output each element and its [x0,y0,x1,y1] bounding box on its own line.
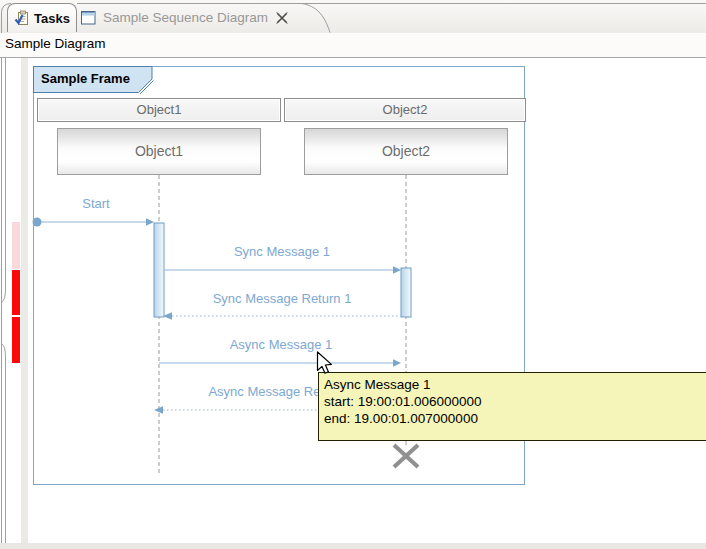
object-box-object2[interactable]: Object2 [304,128,508,175]
message-async1-label[interactable]: Async Message 1 [230,337,333,352]
bottom-edge-strip [0,543,706,549]
message-tooltip: Async Message 1 start: 19:00:01.00600000… [318,372,706,441]
tasks-icon [14,10,30,26]
tooltip-title: Async Message 1 [324,376,706,393]
tooltip-start-time: start: 19:00:01.006000000 [324,393,706,410]
tooltip-end-time: end: 19.00:01.007000000 [324,410,706,427]
diagram-title: Sample Diagram [5,36,106,51]
left-gutter-strip [21,58,28,549]
object-box-object1[interactable]: Object1 [57,128,261,175]
time-compression-bar-light[interactable] [12,222,20,269]
message-sync1-label[interactable]: Sync Message 1 [234,244,330,259]
diagram-title-bar: Sample Diagram [0,33,706,58]
tab-label: Sample Sequence Diagram [103,10,268,25]
window-icon [81,11,96,25]
message-start-label[interactable]: Start [82,196,109,211]
lifeline-header-object1[interactable]: Object1 [37,98,281,122]
close-icon[interactable] [275,11,289,25]
arrow-cursor [316,351,334,377]
time-compression-bar-red-1[interactable] [12,270,20,315]
frame-label: Sample Frame [41,71,130,86]
tab-tasks-label: Tasks [34,11,70,26]
lifeline-header-object2[interactable]: Object2 [284,98,526,122]
tab-sample-sequence-diagram[interactable]: Sample Sequence Diagram [77,3,289,32]
tab-tasks[interactable]: Tasks [7,3,77,32]
message-sync1-return-label[interactable]: Sync Message Return 1 [213,291,352,306]
time-compression-bar-red-2[interactable] [12,317,20,363]
eclipse-view-window: Tasks Sample Sequence Diagram Sample Dia… [0,0,706,549]
